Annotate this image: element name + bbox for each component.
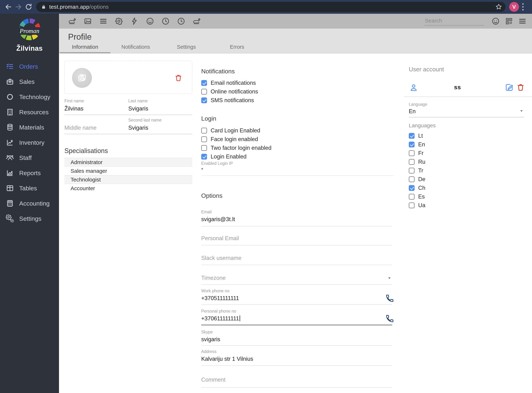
email-input[interactable] <box>201 216 385 223</box>
sidebar-item-orders[interactable]: Orders <box>0 59 59 74</box>
card-login-checkbox[interactable] <box>201 128 207 133</box>
unicorn-icon-2[interactable] <box>193 17 201 25</box>
slack-username-input[interactable] <box>201 255 385 261</box>
hamburger-menu-icon[interactable] <box>518 17 527 25</box>
tab-notifications[interactable]: Notifications <box>110 41 161 53</box>
face-login-checkbox[interactable] <box>201 136 207 142</box>
enabled-login-ip-value[interactable]: * <box>201 167 394 172</box>
sidebar-item-sales[interactable]: Sales <box>0 74 59 89</box>
en-checkbox[interactable] <box>409 142 415 147</box>
middle-name-input[interactable] <box>64 124 126 131</box>
lt-checkbox[interactable] <box>409 133 415 139</box>
sidebar-item-accounting[interactable]: Accounting <box>0 196 59 211</box>
sidebar-item-materials[interactable]: Materials <box>0 120 59 135</box>
de-checkbox[interactable] <box>409 176 415 182</box>
timezone-value[interactable]: Timezone <box>201 275 226 281</box>
sidebar-item-resources[interactable]: Resources <box>0 104 59 120</box>
sidebar-item-tables[interactable]: Tables <box>0 181 59 196</box>
sms-notifications-checkbox[interactable] <box>201 98 207 103</box>
sidebar-item-settings[interactable]: Settings <box>0 211 59 226</box>
tab-information[interactable]: Information <box>60 41 110 53</box>
ua-checkbox[interactable] <box>409 202 415 208</box>
address-bar[interactable]: test.proman.app/options <box>36 2 506 12</box>
es-checkbox[interactable] <box>409 194 415 200</box>
smiley-icon-toolbar-right[interactable] <box>491 17 500 25</box>
specialisation-row-technologist[interactable]: Technologist <box>64 175 192 184</box>
gear-icon[interactable] <box>115 17 123 25</box>
lightning-icon[interactable] <box>130 17 139 25</box>
avatar-placeholder[interactable] <box>72 68 92 88</box>
language-chevron-down-icon[interactable] <box>519 108 524 113</box>
personal-phone-input[interactable]: +370611111111 <box>201 315 392 322</box>
checkbox-row-lt[interactable]: Lt <box>409 133 528 139</box>
checkbox-row-card-login[interactable]: Card Login Enabled <box>201 128 394 134</box>
checkbox-row-email-notifications[interactable]: Email notifications <box>201 80 394 86</box>
login-enabled-checkbox[interactable] <box>201 154 207 160</box>
timezone-field[interactable]: Timezone <box>201 275 392 285</box>
specialisation-row-administrator[interactable]: Administrator <box>64 158 192 167</box>
chevron-down-icon[interactable] <box>387 275 392 281</box>
personal-email-input[interactable] <box>201 235 385 242</box>
sidebar-item-staff[interactable]: Staff <box>0 150 59 165</box>
sidebar-item-reports[interactable]: Reports <box>0 165 59 181</box>
language-select[interactable]: En <box>409 107 524 117</box>
last-name-input[interactable] <box>128 105 190 112</box>
checkbox-row-ua[interactable]: Ua <box>409 202 528 208</box>
tab-errors[interactable]: Errors <box>212 41 262 53</box>
first-name-input[interactable] <box>64 105 126 112</box>
checkbox-row-es[interactable]: Es <box>409 194 528 200</box>
comment-input[interactable] <box>201 376 385 383</box>
edit-account-icon[interactable] <box>505 83 513 92</box>
bookmark-star-icon[interactable] <box>495 3 502 10</box>
two-factor-checkbox[interactable] <box>201 145 207 151</box>
tab-settings[interactable]: Settings <box>161 41 212 53</box>
sidebar-item-technology[interactable]: Technology <box>0 89 59 104</box>
checkbox-row-ru[interactable]: Ru <box>409 159 528 165</box>
checkbox-row-de[interactable]: De <box>409 176 528 182</box>
work-phone-input[interactable] <box>201 295 385 302</box>
clock-icon[interactable] <box>161 17 170 25</box>
email-notifications-checkbox[interactable] <box>201 80 207 86</box>
table-grid-icon <box>6 184 14 192</box>
checkbox-row-face-login[interactable]: Face login enabled <box>201 136 394 142</box>
skype-input[interactable] <box>201 336 385 343</box>
browser-profile-avatar[interactable]: V <box>509 2 519 12</box>
checkbox-row-login-enabled[interactable]: Login Enabled <box>201 154 394 160</box>
tr-checkbox[interactable] <box>409 168 415 173</box>
browser-back-button[interactable] <box>4 3 12 11</box>
menu-lines-icon[interactable] <box>99 17 107 25</box>
browser-reload-button[interactable] <box>25 3 33 11</box>
sidebar-item-inventory[interactable]: Inventory <box>0 135 59 150</box>
browser-forward-button[interactable] <box>15 3 22 11</box>
clock-icon-2[interactable] <box>177 17 185 25</box>
specialisation-row-accounter[interactable]: Accounter <box>64 184 192 193</box>
browser-menu-icon[interactable] <box>522 3 524 10</box>
fr-checkbox[interactable] <box>409 150 415 156</box>
url-text[interactable]: test.proman.app/options <box>49 4 109 10</box>
specialisation-row-sales-manager[interactable]: Sales manager <box>64 167 192 175</box>
photo-upload-dropzone[interactable] <box>64 61 192 94</box>
ru-checkbox[interactable] <box>409 159 415 165</box>
phone-icon-work[interactable] <box>386 294 394 302</box>
online-notifications-checkbox[interactable] <box>201 89 207 94</box>
checkbox-row-en[interactable]: En <box>409 142 528 147</box>
ch-checkbox[interactable] <box>409 185 415 191</box>
smiley-icon[interactable] <box>146 17 154 25</box>
image-icon[interactable] <box>84 17 92 25</box>
checkbox-row-two-factor[interactable]: Two factor login enabled <box>201 145 394 151</box>
delete-photo-trash-icon[interactable] <box>174 74 183 82</box>
phone-icon-personal[interactable] <box>386 314 394 323</box>
checkbox-row-fr[interactable]: Fr <box>409 150 528 156</box>
search-input[interactable] <box>425 17 484 25</box>
checkbox-row-online-notifications[interactable]: Online notifications <box>201 88 394 95</box>
unicorn-icon[interactable] <box>68 17 76 25</box>
checkbox-row-sms-notifications[interactable]: SMS notifications <box>201 97 394 103</box>
delete-account-trash-icon[interactable] <box>516 83 525 92</box>
second-last-name-input[interactable] <box>128 124 190 131</box>
checkbox-row-tr[interactable]: Tr <box>409 167 528 174</box>
address-input[interactable] <box>201 355 385 362</box>
person-icon <box>409 83 418 92</box>
qr-code-icon[interactable] <box>505 17 513 25</box>
checkbox-row-ch[interactable]: Ch <box>409 185 528 191</box>
language-value[interactable]: En <box>409 108 416 115</box>
